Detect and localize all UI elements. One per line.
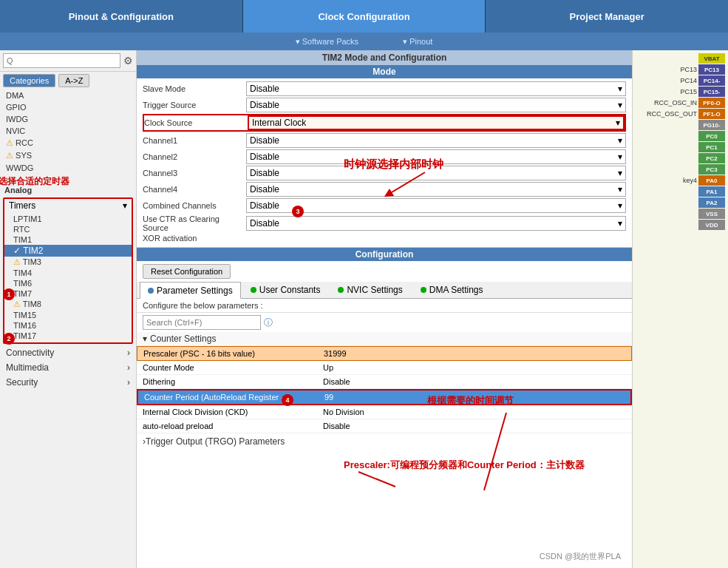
pin-row-pc0: PC0 bbox=[636, 131, 725, 141]
channel2-select[interactable]: Disable ▾ bbox=[246, 149, 626, 164]
sidebar-item-lptim1[interactable]: LPTIM1 bbox=[4, 214, 132, 224]
sub-nav-software-packs[interactable]: ▾ Software Packs bbox=[296, 37, 358, 47]
pin-pc3: PC3 bbox=[698, 164, 725, 175]
pin-pa1: PA1 bbox=[698, 186, 725, 197]
sidebar-multimedia[interactable]: Multimedia › bbox=[0, 360, 136, 375]
search-input[interactable] bbox=[3, 53, 120, 68]
sidebar-item-tim6[interactable]: TIM6 bbox=[4, 278, 132, 288]
tab-dma-settings[interactable]: DMA Settings bbox=[412, 282, 491, 298]
dithering-label: Dithering bbox=[143, 376, 320, 388]
nav-tab-project[interactable]: Project Manager bbox=[486, 0, 728, 33]
main-layout: ⚙ Categories A->Z DMA GPIO IWDG NVIC RCC… bbox=[0, 50, 728, 568]
trigger-source-select[interactable]: Disable ▾ bbox=[246, 98, 626, 112]
nav-tab-pinout[interactable]: Pinout & Configuration bbox=[0, 0, 243, 33]
param-search-input[interactable] bbox=[143, 315, 261, 330]
counter-period-value: 99 bbox=[322, 391, 336, 403]
tab-user-constants[interactable]: User Constants bbox=[242, 282, 329, 298]
sidebar-item-tim8[interactable]: TIM8 bbox=[4, 299, 132, 310]
mode-section-header: Mode bbox=[137, 65, 632, 78]
use-ctr-select[interactable]: Disable ▾ bbox=[246, 216, 626, 231]
channel2-label: Channel2 bbox=[143, 152, 246, 161]
nav-tab-clock[interactable]: Clock Configuration bbox=[243, 0, 486, 33]
pin-rcc-osc-out-label: RCC_OSC_OUT bbox=[647, 110, 697, 118]
sidebar-item-rcc[interactable]: RCC bbox=[0, 137, 136, 149]
channel3-chevron: ▾ bbox=[618, 168, 622, 178]
sidebar-item-tim15[interactable]: TIM15 bbox=[4, 310, 132, 320]
tab-categories[interactable]: Categories bbox=[3, 74, 55, 87]
combined-channels-select[interactable]: Disable ▾ bbox=[246, 198, 626, 213]
sidebar-security[interactable]: Security › bbox=[0, 375, 136, 390]
trigger-section: › Trigger Output (TRGO) Parameters bbox=[137, 433, 632, 450]
sidebar-item-dma[interactable]: DMA bbox=[0, 89, 136, 101]
slave-mode-label: Slave Mode bbox=[143, 84, 246, 93]
sidebar-item-tim16[interactable]: TIM16 bbox=[4, 320, 132, 331]
tab-nvic-settings[interactable]: NVIC Settings bbox=[330, 282, 410, 298]
sidebar-item-nvic[interactable]: NVIC bbox=[0, 125, 136, 137]
sidebar-item-sys[interactable]: SYS bbox=[0, 149, 136, 162]
pin-pc15: PC15- bbox=[698, 87, 725, 97]
sidebar-item-rtc[interactable]: RTC bbox=[4, 224, 132, 234]
pin-row-pc15: PC15 PC15- bbox=[636, 87, 725, 97]
use-ctr-label: Use CTR as Clearing Source bbox=[143, 214, 246, 232]
pin-row-pc13: PC13 PC13 bbox=[636, 64, 725, 75]
channel1-label: Channel1 bbox=[143, 136, 246, 145]
slave-mode-select[interactable]: Disable ▾ bbox=[246, 81, 626, 96]
pin-vss: VSS bbox=[698, 209, 725, 219]
counter-mode-row[interactable]: Counter Mode Up bbox=[137, 361, 632, 375]
sidebar-item-tim7[interactable]: TIM7 bbox=[4, 288, 132, 299]
sidebar-item-iwdg[interactable]: IWDG bbox=[0, 113, 136, 125]
sidebar-item-tim3[interactable]: TIM3 bbox=[4, 257, 132, 268]
sidebar-item-tim17[interactable]: TIM17 bbox=[4, 331, 132, 341]
pin-row-pa0: key4 PA0 bbox=[636, 175, 725, 186]
sidebar-timers-header[interactable]: Timers ▾ bbox=[4, 199, 132, 212]
gear-icon[interactable]: ⚙ bbox=[123, 55, 133, 67]
timers-chevron: ▾ bbox=[123, 200, 127, 211]
pin-pc15-label: PC15 bbox=[680, 88, 697, 95]
sidebar-item-wwdg[interactable]: WWDG bbox=[0, 162, 136, 174]
dithering-row[interactable]: Dithering Disable bbox=[137, 375, 632, 389]
sidebar-item-tim4[interactable]: TIM4 bbox=[4, 268, 132, 278]
tim2-check-icon: ✓ bbox=[13, 246, 23, 256]
pin-pg10: PG10- bbox=[698, 120, 725, 130]
sub-nav-pinout[interactable]: ▾ Pinout bbox=[403, 37, 432, 47]
right-panel: VBAT PC13 PC13 PC14 PC14- PC15 PC15- RCC… bbox=[632, 50, 728, 568]
top-nav: Pinout & Configuration Clock Configurati… bbox=[0, 0, 728, 33]
pin-row-pa2: PA2 bbox=[636, 197, 725, 208]
ckd-label: Internal Clock Division (CKD) bbox=[143, 406, 320, 418]
tab-atoz[interactable]: A->Z bbox=[58, 74, 89, 87]
channel1-row: Channel1 Disable ▾ bbox=[143, 133, 626, 148]
clock-source-select[interactable]: Internal Clock ▾ bbox=[248, 115, 625, 130]
config-tabs: Parameter Settings User Constants NVIC S… bbox=[137, 282, 632, 299]
trigger-header[interactable]: › Trigger Output (TRGO) Parameters bbox=[143, 435, 626, 448]
annotation-select-timer: 选择合适的定时器 bbox=[0, 175, 69, 188]
combined-channels-row: Combined Channels Disable ▾ bbox=[143, 198, 626, 213]
counter-period-row[interactable]: Counter Period (AutoReload Register -...… bbox=[137, 389, 632, 405]
pin-pc2: PC2 bbox=[698, 153, 725, 163]
prescaler-row[interactable]: Prescaler (PSC - 16 bits value) 31999 bbox=[137, 346, 632, 361]
sidebar-connectivity[interactable]: Connectivity › bbox=[0, 345, 136, 360]
use-ctr-chevron: ▾ bbox=[618, 218, 622, 229]
sidebar-item-gpio[interactable]: GPIO bbox=[0, 101, 136, 113]
param-desc: Configure the below parameters : bbox=[137, 299, 632, 313]
sidebar-search-area: ⚙ bbox=[0, 50, 136, 72]
ckd-row[interactable]: Internal Clock Division (CKD) No Divisio… bbox=[137, 405, 632, 419]
channel4-select[interactable]: Disable ▾ bbox=[246, 182, 626, 197]
tab-parameter-settings[interactable]: Parameter Settings bbox=[140, 282, 241, 299]
auto-reload-row[interactable]: auto-reload preload Disable bbox=[137, 419, 632, 433]
sidebar-item-tim1[interactable]: TIM1 bbox=[4, 234, 132, 245]
help-icon[interactable]: ⓘ bbox=[264, 317, 273, 329]
pin-row-pc3: PC3 bbox=[636, 164, 725, 175]
pin-row-vbat: VBAT bbox=[636, 53, 725, 64]
counter-header[interactable]: ▾ Counter Settings bbox=[137, 332, 632, 346]
pin-pa0-label: key4 bbox=[683, 177, 697, 184]
channel1-select[interactable]: Disable ▾ bbox=[246, 133, 626, 148]
pin-pa2: PA2 bbox=[698, 197, 725, 208]
counter-section: ▾ Counter Settings Prescaler (PSC - 16 b… bbox=[137, 332, 632, 433]
channel3-select[interactable]: Disable ▾ bbox=[246, 166, 626, 180]
reset-config-button[interactable]: Reset Configuration bbox=[143, 264, 231, 279]
combined-channels-chevron: ▾ bbox=[618, 200, 622, 211]
pin-row-vss: VSS bbox=[636, 209, 725, 219]
sidebar-item-tim2[interactable]: ✓ TIM2 bbox=[4, 245, 132, 257]
pin-pc1: PC1 bbox=[698, 142, 725, 152]
pin-rcc-osc-in: PF0-O bbox=[698, 98, 725, 108]
